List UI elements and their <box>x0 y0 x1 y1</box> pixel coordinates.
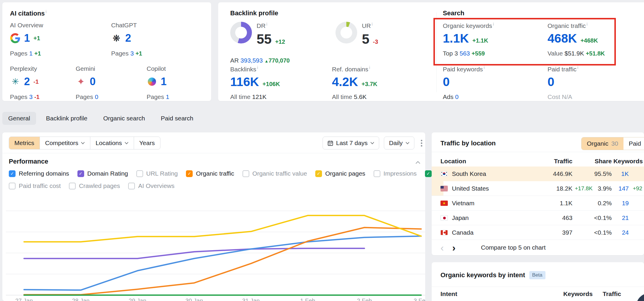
keywords-link[interactable]: 1K <box>612 170 629 177</box>
compare-top5-link[interactable]: Compare top 5 on chart <box>481 244 546 251</box>
series-domain-rating <box>24 248 365 259</box>
chatgpt-icon: ❋ <box>111 33 122 43</box>
paid-traffic-metric: Paid traffici 0 Cost N/A <box>548 65 578 100</box>
keywords-link[interactable]: 21 <box>612 214 629 221</box>
performance-section-title: Performance <box>9 158 48 165</box>
metric-checkbox-organic-pages[interactable]: ✓Organic pages <box>315 170 365 177</box>
gemini-pages-link[interactable]: 0 <box>95 93 98 100</box>
gemini-icon: ✦ <box>76 76 86 87</box>
google-icon <box>10 33 21 43</box>
tab-paid-search[interactable]: Paid search <box>155 112 199 125</box>
info-icon[interactable]: i <box>369 65 370 70</box>
info-icon[interactable]: i <box>484 65 485 70</box>
divider <box>2 153 425 153</box>
previous-page-icon[interactable]: ‹ <box>440 243 452 252</box>
metric-checkbox-url-rating[interactable]: URL Rating <box>136 170 178 177</box>
performance-line-chart[interactable]: 27 Jan28 Jan29 Jan30 Jan31 Jan1 Feb2 Feb… <box>6 196 425 301</box>
organic-keywords-value-link[interactable]: 1.1K <box>443 32 469 45</box>
keywords-by-intent-card: Organic keywords by intent Beta Intent K… <box>432 262 644 301</box>
metric-checkbox-organic-traffic[interactable]: ✓Organic traffic <box>186 170 234 177</box>
copilot-pages-link[interactable]: 1 <box>166 93 169 100</box>
granularity-button[interactable]: Daily <box>384 137 414 149</box>
paid-traffic-value-link[interactable]: 0 <box>548 76 554 88</box>
section-divider <box>436 12 437 92</box>
location-table-body: South Korea 446.9K 95.5% 1K United State… <box>432 167 644 240</box>
traffic-by-location-title: Traffic by location <box>440 139 496 147</box>
date-range-button[interactable]: Last 7 days <box>323 137 379 149</box>
tab-backlink-profile[interactable]: Backlink profile <box>40 112 93 125</box>
metric-checkbox-organic-traffic-value[interactable]: Organic traffic value <box>243 170 307 177</box>
metric-checkbox-domain-rating[interactable]: ✓Domain Rating <box>77 170 128 177</box>
toggle-paid[interactable]: Paid0 <box>623 137 644 150</box>
metric-checkbox-referring-domains[interactable]: ✓Referring domains <box>9 170 69 177</box>
ar-value-link[interactable]: 393,593 <box>240 57 263 64</box>
checked-checkbox-icon[interactable]: ✓ <box>425 170 432 177</box>
info-icon[interactable]: i <box>46 9 47 14</box>
keywords-link[interactable]: 19 <box>612 200 629 207</box>
top3-value-link[interactable]: 563 <box>460 50 470 57</box>
organic-paid-toggle: Organic30 Paid0 <box>581 137 644 150</box>
copilot-icon <box>147 76 157 87</box>
metrics-filter-button[interactable]: Metrics <box>9 137 40 149</box>
unchecked-checkbox-icon[interactable] <box>374 170 380 177</box>
unchecked-checkbox-icon[interactable] <box>136 170 143 177</box>
metric-checkbox-crawled-pages[interactable]: Crawled pages <box>69 182 120 189</box>
more-options-kebab-icon[interactable] <box>419 138 424 148</box>
metric-toggles-row-2: Paid traffic costCrawled pagesAI Overvie… <box>9 182 174 189</box>
checked-checkbox-icon[interactable]: ✓ <box>9 170 16 177</box>
tab-general[interactable]: General <box>2 112 36 125</box>
ai-overview-pages-link[interactable]: 1 <box>29 50 33 57</box>
table-row-united-states[interactable]: United States 18.2K +17.8K 3.9% 147 +92 <box>432 181 644 196</box>
organic-traffic-value-link[interactable]: 468K <box>548 32 577 45</box>
unchecked-checkbox-icon[interactable] <box>243 170 249 177</box>
competitors-filter-button[interactable]: Competitors <box>40 137 90 149</box>
table-row-south-korea[interactable]: South Korea 446.9K 95.5% 1K <box>432 167 644 181</box>
table-row-vietnam[interactable]: ★Vietnam 1.1K 0.2% 19 <box>432 196 644 211</box>
perplexity-value: 2 <box>24 75 30 88</box>
metric-checkbox-ai-overviews[interactable]: AI Overviews <box>128 182 174 189</box>
chevron-down-icon <box>125 142 128 144</box>
metric-checkbox-paid-traffic-cost[interactable]: Paid traffic cost <box>9 182 61 189</box>
info-icon[interactable]: i <box>493 22 494 26</box>
info-icon[interactable]: i <box>257 65 258 70</box>
chevron-down-icon <box>81 142 85 144</box>
dr-value: 55 <box>257 32 272 46</box>
ahrefs-overview-dashboard: { "ai_citations": { "title": "AI citatio… <box>0 0 644 301</box>
years-filter-button[interactable]: Years <box>134 137 160 149</box>
chatgpt-metric: ChatGPT ❋ 2 Pages 3 +1 <box>111 22 142 57</box>
info-icon[interactable]: i <box>587 22 587 26</box>
locations-filter-button[interactable]: Locations <box>90 137 134 149</box>
ref-domains-value-link[interactable]: 4.2K <box>332 76 358 88</box>
ai-citations-title: AI citationsi <box>10 9 47 17</box>
date-controls: Last 7 days Daily <box>323 137 424 149</box>
table-row-japan[interactable]: Japan 463 <0.1% 21 <box>432 211 644 225</box>
info-icon[interactable]: i <box>372 22 372 26</box>
checked-checkbox-icon[interactable]: ✓ <box>77 170 84 177</box>
info-icon[interactable]: i <box>577 65 578 70</box>
tab-organic-search[interactable]: Organic search <box>97 112 151 125</box>
next-page-icon[interactable]: › <box>452 243 464 252</box>
backlinks-value-link[interactable]: 116K <box>230 76 259 88</box>
unchecked-checkbox-icon[interactable] <box>69 183 76 189</box>
keywords-link[interactable]: 147 <box>612 185 629 192</box>
ads-value-link[interactable]: 0 <box>455 93 459 100</box>
vietnam-flag-icon: ★ <box>440 201 448 206</box>
collapse-chevron-up-icon[interactable] <box>415 160 421 165</box>
keywords-link[interactable]: 24 <box>612 229 629 236</box>
traffic-by-location-card: Traffic by location Organic30 Paid0 Loca… <box>432 132 644 255</box>
checked-checkbox-icon[interactable]: ✓ <box>186 170 193 177</box>
perplexity-pages-link[interactable]: 3 <box>29 93 33 100</box>
unchecked-checkbox-icon[interactable] <box>128 183 135 189</box>
metric-toggles-row-1: ✓Referring domains✓Domain RatingURL Rati… <box>9 170 464 177</box>
ur-donut-gauge <box>335 22 357 43</box>
toggle-organic[interactable]: Organic30 <box>582 137 623 150</box>
unchecked-checkbox-icon[interactable] <box>9 183 16 189</box>
chatgpt-pages-link[interactable]: 3 <box>130 50 134 57</box>
table-row-canada[interactable]: Canada 397 <0.1% 24 <box>432 225 644 240</box>
united-states-flag-icon <box>440 186 448 191</box>
info-icon[interactable]: i <box>266 22 267 26</box>
metric-checkbox-impressions[interactable]: Impressions <box>374 170 417 177</box>
checked-checkbox-icon[interactable]: ✓ <box>315 170 322 177</box>
ai-overview-metric: AI Overview 1 +1 Pages 1 +1 <box>10 22 43 57</box>
paid-keywords-value-link[interactable]: 0 <box>443 76 450 88</box>
